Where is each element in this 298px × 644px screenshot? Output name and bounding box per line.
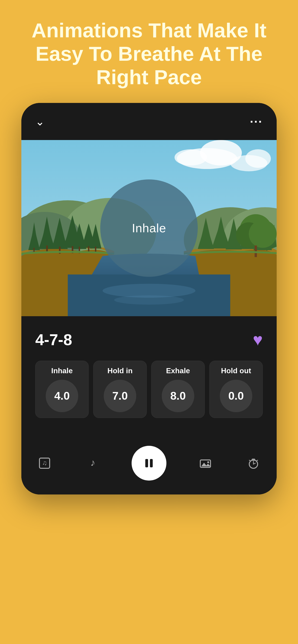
hold-out-card[interactable]: Hold out 0.0: [209, 361, 263, 418]
inhale-label: Inhale: [51, 366, 73, 375]
breathing-label: Inhale: [132, 221, 166, 235]
play-pause-button[interactable]: [132, 446, 166, 480]
chevron-down-icon[interactable]: ⌄: [35, 115, 45, 128]
hold-in-value: 7.0: [112, 390, 128, 402]
hold-in-card[interactable]: Hold in 7.0: [93, 361, 147, 418]
control-area: 4-7-8 ♥ Inhale 4.0 Hold in 7.0 Exhale 8.…: [21, 316, 277, 441]
svg-line-62: [257, 460, 258, 461]
svg-point-55: [207, 461, 209, 463]
scene-area: Inhale: [21, 140, 277, 316]
timer-icon[interactable]: [244, 454, 263, 472]
page-title: Animations That Make It Easy To Breathe …: [0, 0, 298, 103]
technique-name: 4-7-8: [35, 330, 72, 349]
inhale-value: 4.0: [54, 390, 70, 402]
breath-controls: Inhale 4.0 Hold in 7.0 Exhale 8.0 Hold o…: [35, 361, 263, 418]
svg-marker-54: [201, 463, 210, 466]
hold-out-value-circle: 0.0: [220, 380, 252, 412]
exhale-label: Exhale: [166, 366, 190, 375]
exhale-value: 8.0: [170, 390, 186, 402]
breathing-circle[interactable]: Inhale: [100, 180, 198, 277]
favorite-heart-icon[interactable]: ♥: [253, 330, 263, 349]
hold-out-value: 0.0: [228, 390, 244, 402]
toolbar: ♫ ♪: [21, 441, 277, 494]
svg-point-46: [249, 220, 277, 248]
svg-text:♫: ♫: [42, 459, 47, 466]
svg-text:♪: ♪: [90, 457, 95, 468]
inhale-value-circle: 4.0: [46, 380, 78, 412]
exhale-card[interactable]: Exhale 8.0: [151, 361, 205, 418]
exhale-value-circle: 8.0: [162, 380, 194, 412]
hold-in-value-circle: 7.0: [104, 380, 136, 412]
more-options-icon[interactable]: ···: [250, 114, 263, 128]
inhale-card[interactable]: Inhale 4.0: [35, 361, 89, 418]
sound-wave-icon[interactable]: ♪: [84, 454, 102, 472]
svg-point-3: [175, 149, 207, 166]
top-bar: ⌄ ···: [21, 103, 277, 140]
hold-out-label: Hold out: [221, 366, 251, 375]
svg-rect-52: [150, 459, 153, 467]
image-gallery-icon[interactable]: [196, 454, 215, 472]
phone-frame: ⌄ ···: [21, 103, 277, 494]
hold-in-label: Hold in: [107, 366, 133, 375]
music-playlist-icon[interactable]: ♫: [35, 454, 54, 472]
svg-rect-51: [145, 459, 148, 467]
svg-point-5: [245, 149, 271, 168]
svg-point-13: [114, 295, 184, 304]
technique-row: 4-7-8 ♥: [35, 330, 263, 349]
svg-line-61: [249, 460, 250, 461]
